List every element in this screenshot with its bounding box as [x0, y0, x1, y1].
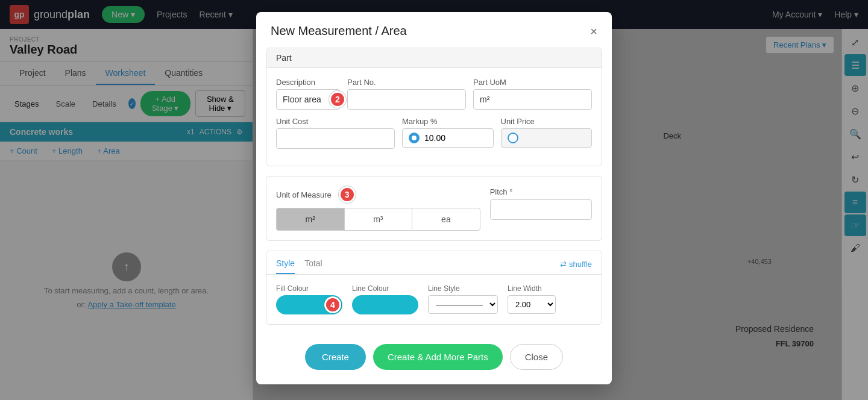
- line-colour-swatch[interactable]: [352, 295, 418, 314]
- unit-cost-label: Unit Cost: [276, 117, 395, 126]
- uom-row: Unit of Measure 3 m² m³ ea Pitch °: [276, 186, 592, 231]
- description-label: Description: [276, 78, 340, 87]
- part-section: Part Description 2 Part No.: [266, 48, 602, 166]
- pitch-input[interactable]: [490, 199, 592, 220]
- uom-m2-button[interactable]: m²: [276, 208, 345, 231]
- fill-colour-group: Fill Colour 4: [276, 284, 342, 314]
- unit-price-input[interactable]: [523, 133, 571, 143]
- unit-price-group: Unit Price: [501, 117, 593, 149]
- color-row: Fill Colour 4 Line Colour Line Style ———…: [266, 275, 602, 324]
- shuffle-button[interactable]: ⇄ shuffle: [560, 258, 592, 274]
- markup-input[interactable]: [424, 133, 473, 143]
- step-3-badge: 3: [339, 186, 356, 203]
- uom-ea-button[interactable]: ea: [412, 208, 480, 231]
- create-add-button[interactable]: Create & Add More Parts: [373, 344, 503, 370]
- modal-header: New Measurement / Area ×: [256, 12, 612, 48]
- fill-colour-swatch[interactable]: 4: [276, 295, 342, 314]
- form-row-1: Description 2 Part No. Part UoM: [276, 78, 592, 110]
- fill-colour-label: Fill Colour: [276, 284, 342, 293]
- line-colour-group: Line Colour: [352, 284, 418, 314]
- unit-cost-input[interactable]: [276, 128, 395, 149]
- modal-close-button[interactable]: ×: [590, 25, 597, 37]
- part-uom-label: Part UoM: [473, 78, 592, 87]
- inner-tabs: Style Total ⇄ shuffle: [266, 251, 602, 275]
- modal-title: New Measurement / Area: [271, 24, 407, 38]
- modal-footer: Create Create & Add More Parts Close: [256, 334, 612, 384]
- modal: New Measurement / Area × Part Descriptio…: [256, 12, 612, 384]
- markup-radio[interactable]: [409, 133, 420, 143]
- part-uom-group: Part UoM: [473, 78, 592, 110]
- part-section-body: Description 2 Part No. Part UoM: [266, 68, 602, 166]
- line-colour-label: Line Colour: [352, 284, 418, 293]
- line-width-select[interactable]: 2.00 1.00 3.00: [508, 295, 556, 314]
- modal-overlay: New Measurement / Area × Part Descriptio…: [0, 0, 868, 400]
- part-section-header: Part: [266, 48, 602, 68]
- line-style-label: Line Style: [428, 284, 498, 293]
- markup-label: Markup %: [402, 117, 494, 126]
- part-no-group: Part No.: [347, 78, 466, 110]
- step-2-badge: 2: [329, 91, 346, 108]
- uom-section-body: Unit of Measure 3 m² m³ ea Pitch °: [266, 177, 602, 240]
- description-group: Description 2: [276, 78, 340, 110]
- style-section: Style Total ⇄ shuffle Fill Colour 4 Line…: [266, 251, 602, 325]
- unit-price-label: Unit Price: [501, 117, 593, 126]
- create-button[interactable]: Create: [305, 344, 366, 370]
- style-tab[interactable]: Style: [276, 258, 295, 274]
- uom-group: Unit of Measure 3 m² m³ ea: [276, 186, 480, 231]
- unit-cost-group: Unit Cost: [276, 117, 395, 149]
- form-row-2: Unit Cost Markup % Unit Price: [276, 117, 592, 149]
- uom-section: Unit of Measure 3 m² m³ ea Pitch °: [266, 176, 602, 241]
- uom-m3-button[interactable]: m³: [344, 208, 413, 231]
- uom-label: Unit of Measure: [276, 190, 332, 199]
- pitch-group: Pitch °: [490, 186, 592, 220]
- line-style-group: Line Style —————— - - - - - · · · · ·: [428, 284, 498, 314]
- line-width-group: Line Width 2.00 1.00 3.00: [508, 284, 556, 314]
- step-4-badge: 4: [324, 296, 341, 313]
- close-modal-button[interactable]: Close: [510, 344, 563, 370]
- part-no-label: Part No.: [347, 78, 466, 87]
- line-width-label: Line Width: [508, 284, 556, 293]
- line-style-select[interactable]: —————— - - - - - · · · · ·: [428, 295, 498, 314]
- markup-group: Markup %: [402, 117, 494, 149]
- pitch-label: Pitch °: [490, 187, 513, 196]
- unit-price-radio[interactable]: [508, 133, 518, 143]
- part-uom-input[interactable]: [473, 89, 592, 110]
- part-no-input[interactable]: [347, 89, 466, 110]
- total-tab[interactable]: Total: [304, 258, 322, 274]
- uom-selector: m² m³ ea: [276, 208, 480, 231]
